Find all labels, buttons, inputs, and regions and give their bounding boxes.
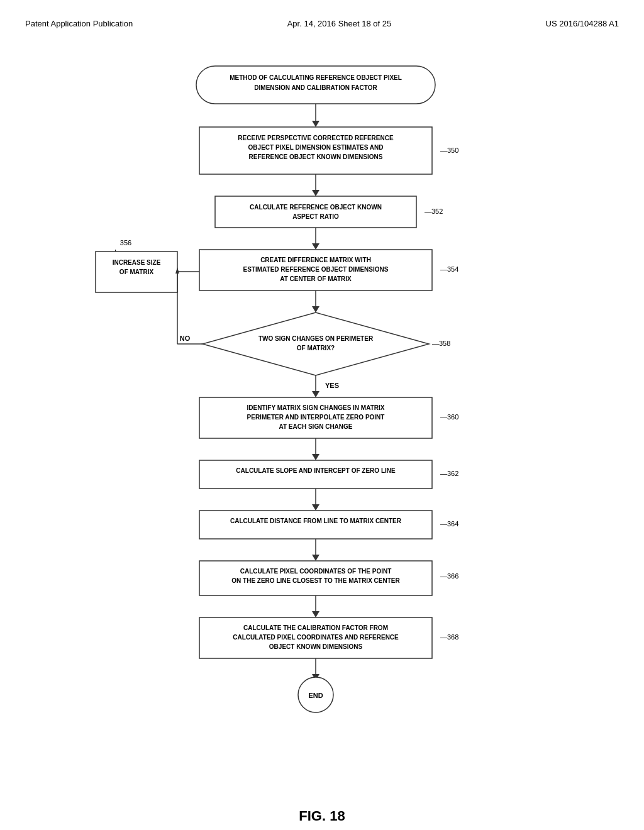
svg-text:ESTIMATED REFERENCE OBJECT DIM: ESTIMATED REFERENCE OBJECT DIMENSIONS	[243, 266, 389, 273]
svg-text:REFERENCE OBJECT KNOWN DIMENSI: REFERENCE OBJECT KNOWN DIMENSIONS	[249, 153, 383, 160]
svg-marker-11	[312, 190, 319, 196]
svg-marker-4	[312, 121, 319, 127]
svg-text:OBJECT KNOWN DIMENSIONS: OBJECT KNOWN DIMENSIONS	[269, 643, 363, 650]
svg-text:—366: —366	[440, 572, 458, 580]
svg-text:—360: —360	[440, 413, 458, 421]
svg-text:NO: NO	[180, 335, 191, 342]
svg-text:—362: —362	[440, 470, 458, 477]
svg-marker-58	[312, 555, 319, 561]
svg-text:—364: —364	[440, 520, 458, 528]
header: Patent Application Publication Apr. 14, …	[25, 13, 619, 47]
svg-text:CALCULATED PIXEL COORDINATES A: CALCULATED PIXEL COORDINATES AND REFEREN…	[233, 634, 399, 641]
svg-marker-53	[312, 504, 319, 511]
svg-rect-49	[199, 460, 432, 489]
svg-text:DIMENSION AND CALIBRATION FACT: DIMENSION AND CALIBRATION FACTOR	[254, 84, 377, 91]
header-left: Patent Application Publication	[25, 19, 133, 28]
svg-text:—350: —350	[440, 147, 458, 154]
diagram-container: METHOD OF CALCULATING REFERENCE OBJECT P…	[25, 47, 619, 830]
svg-text:ASPECT RATIO: ASPECT RATIO	[292, 213, 339, 220]
svg-text:OF MATRIX: OF MATRIX	[119, 268, 154, 275]
svg-text:OF MATRIX?: OF MATRIX?	[297, 345, 335, 351]
svg-text:CALCULATE REFERENCE OBJECT KNO: CALCULATE REFERENCE OBJECT KNOWN	[250, 204, 382, 211]
header-right: US 2016/104288 A1	[546, 19, 619, 28]
svg-marker-64	[312, 611, 319, 617]
svg-text:CALCULATE THE CALIBRATION FACT: CALCULATE THE CALIBRATION FACTOR FROM	[243, 624, 388, 631]
svg-text:CALCULATE SLOPE AND INTERCEPT : CALCULATE SLOPE AND INTERCEPT OF ZERO LI…	[236, 467, 396, 474]
svg-rect-54	[199, 511, 432, 539]
svg-text:OBJECT PIXEL DIMENSION ESTIMAT: OBJECT PIXEL DIMENSION ESTIMATES AND	[248, 144, 384, 151]
svg-text:YES: YES	[325, 382, 339, 389]
svg-text:RECEIVE PERSPECTIVE CORRECTED : RECEIVE PERSPECTIVE CORRECTED REFERENCE	[238, 135, 394, 141]
svg-text:METHOD OF CALCULATING REFERENC: METHOD OF CALCULATING REFERENCE OBJECT P…	[230, 74, 402, 81]
svg-rect-12	[215, 196, 416, 228]
svg-text:CALCULATE PIXEL COORDINATES OF: CALCULATE PIXEL COORDINATES OF THE POINT	[240, 568, 392, 575]
svg-text:—352: —352	[425, 208, 443, 215]
svg-text:—354: —354	[440, 265, 458, 273]
svg-text:—358: —358	[432, 340, 450, 347]
svg-text:INCREASE SIZE: INCREASE SIZE	[113, 259, 161, 266]
header-center: Apr. 14, 2016 Sheet 18 of 25	[287, 19, 392, 28]
svg-marker-40	[312, 391, 319, 397]
svg-text:TWO SIGN CHANGES ON PERIMETER: TWO SIGN CHANGES ON PERIMETER	[258, 335, 374, 342]
svg-marker-30	[203, 313, 429, 375]
svg-text:—368: —368	[440, 633, 458, 641]
svg-text:AT EACH SIGN CHANGE: AT EACH SIGN CHANGE	[279, 423, 352, 430]
svg-text:CREATE DIFFERENCE MATRIX WITH: CREATE DIFFERENCE MATRIX WITH	[260, 257, 371, 263]
flowchart-svg: METHOD OF CALCULATING REFERENCE OBJECT P…	[77, 60, 567, 789]
svg-text:AT CENTER OF MATRIX: AT CENTER OF MATRIX	[280, 275, 352, 282]
page: Patent Application Publication Apr. 14, …	[0, 0, 644, 830]
svg-text:END: END	[308, 692, 323, 699]
svg-marker-17	[312, 243, 319, 250]
svg-marker-29	[312, 306, 319, 313]
figure-caption: FIG. 18	[299, 808, 345, 824]
svg-text:PERIMETER AND INTERPOLATE ZERO: PERIMETER AND INTERPOLATE ZERO POINT	[247, 414, 385, 421]
svg-marker-48	[312, 454, 319, 460]
svg-text:IDENTIFY MATRIX SIGN CHANGES I: IDENTIFY MATRIX SIGN CHANGES IN MATRIX	[247, 404, 385, 411]
svg-text:ON THE ZERO LINE CLOSEST TO TH: ON THE ZERO LINE CLOSEST TO THE MATRIX C…	[231, 577, 400, 584]
svg-text:356: 356	[120, 239, 131, 246]
svg-text:CALCULATE DISTANCE FROM LINE T: CALCULATE DISTANCE FROM LINE TO MATRIX C…	[230, 517, 402, 524]
